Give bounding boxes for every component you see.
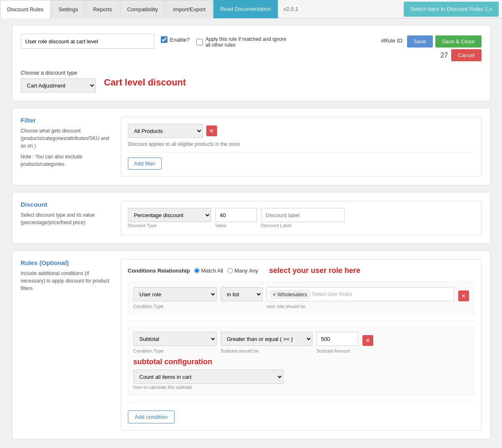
- many-any-radio-label[interactable]: Many Any: [227, 268, 258, 274]
- filter-hint: Discount applies to all eligible product…: [128, 141, 475, 153]
- discount-label-field: Discount Label: [261, 208, 345, 228]
- rules-section-right: Conditions Relationship Match All Many A…: [121, 259, 482, 430]
- condition2-type-field: Subtotal: [133, 332, 217, 346]
- discount-section-left: Discount Select discount type and its va…: [21, 201, 112, 235]
- condition1-role-sublabel: user role should be: [267, 304, 306, 309]
- top-navigation: Discount Rules Settings Reports Compatib…: [0, 0, 502, 18]
- condition1-type-select[interactable]: User role: [133, 287, 217, 301]
- condition-row-subtotal: Subtotal Greater than or equal ( >= ) ✕: [128, 326, 475, 395]
- filter-row: All Products ✕: [128, 124, 475, 138]
- discount-section-desc: Select discount type and its value (perc…: [21, 211, 112, 226]
- tab-settings[interactable]: Settings: [51, 0, 85, 18]
- tab-compatibility[interactable]: Compatibility: [120, 0, 165, 18]
- condition1-placeholder: Select User Roles: [312, 291, 352, 297]
- tab-label: Discount Rules: [7, 6, 43, 13]
- condition1-remove-button[interactable]: ✕: [458, 290, 469, 301]
- tab-read-documentation[interactable]: Read Documentation: [213, 0, 277, 18]
- apply-rule-area: Apply this rule if matched and ignore al…: [196, 36, 289, 48]
- discount-value-sublabel: Value: [215, 223, 257, 228]
- discount-label-input[interactable]: [261, 208, 345, 222]
- condition1-operator-select[interactable]: in list: [221, 287, 262, 301]
- tab-label: Compatibility: [127, 6, 158, 13]
- condition2-how-to-select[interactable]: Count all items in cart: [133, 370, 283, 384]
- condition-row-user-role: User role in list × Wholesalers: [128, 282, 475, 314]
- version-label: v2.0.1: [280, 6, 302, 12]
- select-role-heading: select your user role here: [269, 266, 360, 275]
- save-close-button[interactable]: Save & Close: [435, 35, 482, 48]
- tab-label: Import/Export: [173, 6, 205, 13]
- conditions-relationship: Conditions Relationship Match All Many A…: [128, 266, 475, 275]
- condition2-operator-field: Greater than or equal ( >= ): [221, 332, 312, 346]
- condition2-amount-field: [317, 332, 358, 346]
- main-content: Enable? Apply this rule if matched and i…: [5, 18, 497, 448]
- rule-id-area: #Rule ID: Save Save & Close 27 Cancel: [381, 34, 482, 61]
- discount-type-dropdown[interactable]: Percentage discount: [128, 208, 211, 222]
- tab-label: Reports: [93, 6, 112, 13]
- discount-type-label: Choose a discount type: [21, 70, 96, 76]
- discount-type-select[interactable]: Cart Adjustment: [21, 78, 96, 93]
- many-any-label: Many Any: [235, 268, 258, 274]
- discount-section-title: Discount: [21, 201, 112, 208]
- enable-checkbox[interactable]: [161, 36, 167, 43]
- cart-level-heading: Cart level discount: [104, 77, 186, 88]
- condition1-fields: User role in list × Wholesalers: [133, 287, 469, 301]
- filter-section-left: Filter Choose what gets discount (produc…: [21, 117, 112, 177]
- match-all-label: Match All: [201, 268, 223, 274]
- match-all-radio-label[interactable]: Match All: [194, 268, 223, 274]
- rule-config-card: Enable? Apply this rule if matched and i…: [12, 25, 490, 101]
- match-all-radio[interactable]: [194, 268, 200, 273]
- discount-card: Discount Select discount type and its va…: [12, 192, 490, 244]
- discount-section-layout: Discount Select discount type and its va…: [21, 201, 482, 235]
- tab-import-export[interactable]: Import/Export: [166, 0, 212, 18]
- condition2-type-sublabel: Condition Type: [133, 348, 217, 353]
- condition1-sublabels: Condition Type user role should be: [133, 303, 469, 309]
- rules-section-title: Rules (Optional): [21, 259, 112, 266]
- condition1-type-field: User role: [133, 287, 217, 301]
- enable-label: Enable?: [170, 37, 190, 43]
- tab-discount-rules[interactable]: Discount Rules: [0, 0, 50, 18]
- discount-value-input[interactable]: [215, 208, 257, 222]
- condition1-value-container[interactable]: × Wholesalers Select User Roles: [267, 287, 454, 301]
- condition1-operator-field: in list: [221, 287, 262, 301]
- discount-fields-row: Percentage discount Discount Type Value …: [128, 208, 475, 228]
- apply-rule-checkbox[interactable]: [196, 39, 203, 45]
- divider: [128, 321, 475, 321]
- conditions-label: Conditions Relationship: [128, 268, 190, 274]
- rules-section-layout: Rules (Optional) Include additional cond…: [21, 259, 482, 430]
- filter-remove-button[interactable]: ✕: [206, 125, 217, 136]
- condition1-type-sublabel: Condition Type: [133, 304, 217, 309]
- condition2-amount-sublabel: Subtotal Amount: [317, 348, 350, 353]
- filter-section-right: All Products ✕ Discount applies to all e…: [121, 117, 482, 177]
- switch-back-button[interactable]: Switch back to Discount Rules 1.x: [404, 2, 499, 17]
- condition1-tag-value: × Wholesalers: [270, 290, 311, 299]
- enable-area: Enable?: [161, 36, 190, 43]
- cancel-button[interactable]: Cancel: [451, 49, 481, 61]
- condition2-amount-input[interactable]: [317, 332, 358, 346]
- discount-section-right: Percentage discount Discount Type Value …: [121, 201, 482, 235]
- rule-id-row: #Rule ID: Save Save & Close: [381, 34, 482, 48]
- rule-id-value: 27: [440, 52, 448, 59]
- condition2-type-select[interactable]: Subtotal: [133, 332, 217, 346]
- bottom-divider: [128, 402, 475, 402]
- condition2-operator-select[interactable]: Greater than or equal ( >= ): [221, 332, 312, 346]
- condition2-fields: Subtotal Greater than or equal ( >= ) ✕: [133, 332, 469, 346]
- filter-card: Filter Choose what gets discount (produc…: [12, 108, 490, 185]
- rules-card: Rules (Optional) Include additional cond…: [12, 250, 490, 439]
- subtotal-config-label: subtotal configuration: [133, 358, 469, 366]
- condition1-tag-text: × Wholesalers: [273, 291, 307, 298]
- filter-section-title: Filter: [21, 117, 112, 124]
- add-filter-button[interactable]: Add filter: [128, 158, 162, 170]
- apply-rule-label: Apply this rule if matched and ignore al…: [205, 36, 289, 48]
- tab-reports[interactable]: Reports: [86, 0, 119, 18]
- discount-label-sublabel: Discount Label: [261, 223, 345, 228]
- condition2-how-to-field: Count all items in cart How to calculate…: [133, 370, 469, 390]
- condition2-remove-button[interactable]: ✕: [362, 335, 373, 346]
- action-buttons: Save Save & Close: [407, 35, 481, 48]
- rule-name-input[interactable]: [21, 34, 154, 49]
- add-condition-button[interactable]: Add condition: [128, 410, 175, 423]
- filter-section-note: Note : You can also exclude products/cat…: [21, 153, 112, 168]
- many-any-radio[interactable]: [227, 268, 233, 273]
- filter-type-select[interactable]: All Products: [128, 124, 203, 138]
- save-button[interactable]: Save: [407, 35, 433, 48]
- discount-type-field: Percentage discount Discount Type: [128, 208, 211, 228]
